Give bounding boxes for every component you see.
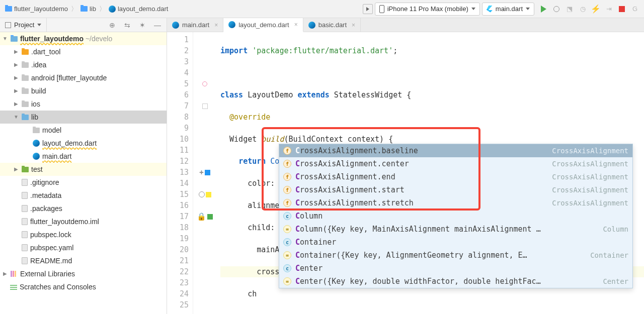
file-icon [22,257,28,264]
completion-item[interactable]: fCrossAxisAlignment.centerCrossAxisAlign… [279,157,632,170]
git-button[interactable]: G [631,5,639,13]
tree-item[interactable]: model [0,124,167,137]
close-icon[interactable]: × [294,21,298,28]
line-number: 22 [167,266,189,277]
tree-item-label: pubspec.yaml [30,241,73,254]
chevron-right-icon: 〉 [99,5,106,14]
line-number: 23 [167,277,189,288]
debug-button[interactable] [552,5,560,13]
completion-item[interactable]: =Column({Key key, MainAxisAlignment main… [279,223,632,236]
chevron-right-icon: ▶ [13,45,19,58]
completion-item[interactable]: fCrossAxisAlignment.startCrossAxisAlignm… [279,183,632,196]
close-icon[interactable]: × [352,22,355,29]
tree-root[interactable]: ▼ flutter_layoutdemo ~/develo [0,32,167,45]
tree-item[interactable]: ▶test [0,163,167,176]
gear-icon[interactable]: ✶ [138,21,146,29]
expand-icon[interactable]: ⇆ [123,21,131,29]
profile-button[interactable]: ◷ [579,5,587,13]
breadcrumb-file[interactable]: layout_demo.dart [109,5,168,13]
tree-item-label: .metadata [30,189,61,202]
hot-reload-button[interactable]: ⚡ [592,5,600,13]
stop-button[interactable] [618,5,626,13]
folder-grey-icon [22,75,29,81]
breadcrumb-folder[interactable]: lib [80,5,96,13]
line-number: 7 [167,100,189,112]
breadcrumb-project[interactable]: flutter_layoutdemo [5,5,68,13]
project-panel-header: Project ⊕ ⇆ ✶ — [0,18,167,32]
phone-icon [379,5,384,13]
line-number: 18 [167,222,189,233]
folder-green-icon [22,167,29,172]
run-target-button[interactable] [363,4,373,14]
tree-item[interactable]: .packages [0,202,167,215]
attach-button[interactable]: ⇥ [605,5,613,13]
tree-item-label: .gitignore [30,176,59,189]
close-icon[interactable]: × [214,22,218,29]
tree-item-label: .packages [30,202,62,215]
tree-item[interactable]: ▶.dart_tool [0,45,167,58]
completion-item[interactable]: cColumn [279,210,632,223]
tab-basic[interactable]: basic.dart × [303,18,361,32]
completion-label: Column({Key key, MainAxisAlignment mainA… [295,225,599,234]
completion-label: Container({Key key, AlignmentGeometry al… [295,251,586,260]
dart-icon [308,22,315,29]
tree-item[interactable]: ▶build [0,84,167,97]
tree-item[interactable]: ▶android [flutter_layoutde [0,71,167,84]
tree-item[interactable]: pubspec.lock [0,228,167,241]
code-completion-popup[interactable]: fCrossAxisAlignment.baselineCrossAxisAli… [279,144,633,288]
tree-item[interactable]: flutter_layoutdemo.iml [0,215,167,228]
locate-icon[interactable]: ⊕ [108,21,116,29]
completion-item[interactable]: =Center({Key key, double widthFactor, do… [279,275,632,288]
run-config-selector[interactable]: main.dart [482,3,534,16]
tab-main[interactable]: main.dart × [167,18,223,32]
line-number: 5 [167,78,189,89]
line-number: 1 [167,34,189,45]
tree-item[interactable]: ▼lib [0,111,167,124]
tab-layout-demo[interactable]: layout_demo.dart × [223,18,303,32]
completion-item[interactable]: fCrossAxisAlignment.stretchCrossAxisAlig… [279,196,632,210]
chevron-down-icon [471,8,475,10]
minimize-icon[interactable]: — [153,21,162,29]
completion-item[interactable]: cContainer [279,236,632,249]
tree-item-label: ios [31,97,40,111]
completion-item[interactable]: cCenter [279,262,632,275]
tree-item[interactable]: ▶.idea [0,58,167,71]
lightning-icon: ⚡ [591,4,601,14]
tree-item[interactable]: main.dart [0,150,167,163]
tree-item-label: lib [31,111,38,124]
tree-item[interactable]: .gitignore [0,176,167,189]
tree-item[interactable]: ▶ios [0,97,167,111]
tree-item[interactable]: .metadata [0,189,167,202]
tree-item[interactable]: layout_demo.dart [0,137,167,150]
tree-item-label: pubspec.lock [30,228,71,241]
chevron-down-icon: ▼ [13,111,19,124]
completion-type: CrossAxisAlignment [552,160,628,168]
line-number: 11 [167,145,189,156]
completion-item[interactable]: fCrossAxisAlignment.endCrossAxisAlignmen… [279,170,632,183]
file-icon [22,231,28,238]
clock-icon [199,191,205,197]
completion-kind-icon: = [283,225,291,233]
tree-root-label: flutter_layoutdemo [20,35,84,43]
tree-item[interactable]: pubspec.yaml [0,241,167,254]
completion-type: CrossAxisAlignment [552,173,628,181]
run-button[interactable] [539,5,547,13]
color-swatch-icon [207,214,213,220]
completion-kind-icon: = [283,277,291,285]
scratches-consoles[interactable]: Scratches and Consoles [0,280,167,293]
project-panel-selector[interactable]: Project [0,18,47,32]
external-libraries[interactable]: ▶ External Libraries [0,267,167,280]
file-icon [22,205,28,212]
file-icon [22,192,28,199]
chevron-right-icon: 〉 [71,5,77,14]
folder-grey-icon [22,62,29,68]
completion-kind-icon: = [283,251,291,259]
completion-item[interactable]: fCrossAxisAlignment.baselineCrossAxisAli… [279,144,632,157]
tree-root-path: ~/develo [86,35,112,43]
breadcrumb-label: layout_demo.dart [118,5,168,13]
completion-item[interactable]: =Container({Key key, AlignmentGeometry a… [279,249,632,262]
coverage-button[interactable]: ⬔ [566,5,574,13]
tree-item-label: .dart_tool [31,45,60,58]
tree-item[interactable]: README.md [0,254,167,267]
device-selector[interactable]: iPhone 11 Pro Max (mobile) [375,3,480,16]
